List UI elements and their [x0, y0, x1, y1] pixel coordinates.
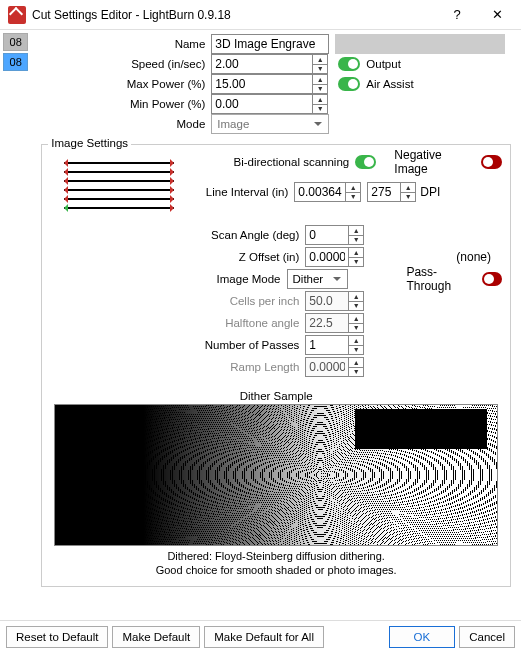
zoffset-label: Z Offset (in) [50, 251, 305, 263]
speed-spinner[interactable]: ▲▼ [313, 54, 328, 74]
lineinterval-spinner[interactable]: ▲▼ [346, 182, 361, 202]
dpi-input[interactable] [367, 182, 401, 202]
halftone-input [305, 313, 349, 333]
dpi-spinner[interactable]: ▲▼ [401, 182, 416, 202]
passes-spinner[interactable]: ▲▼ [349, 335, 364, 355]
ramp-label: Ramp Length [50, 361, 305, 373]
scanangle-spinner[interactable]: ▲▼ [349, 225, 364, 245]
bidir-label: Bi-directional scanning [174, 156, 355, 168]
dither-caption-2: Good choice for smooth shaded or photo i… [50, 564, 502, 578]
scan-diagram [64, 155, 174, 216]
passthrough-label: Pass-Through [406, 265, 475, 293]
passthrough-toggle[interactable] [482, 272, 502, 286]
app-icon [8, 6, 26, 24]
cells-input [305, 291, 349, 311]
reset-default-button[interactable]: Reset to Default [6, 626, 108, 648]
maxpower-spinner[interactable]: ▲▼ [313, 74, 328, 94]
ramp-spinner: ▲▼ [349, 357, 364, 377]
scanangle-label: Scan Angle (deg) [50, 229, 305, 241]
cells-label: Cells per inch [50, 295, 305, 307]
zoffset-note: (none) [456, 250, 491, 264]
close-button[interactable]: ✕ [477, 0, 517, 30]
name-label: Name [41, 38, 211, 50]
airassist-toggle[interactable] [338, 77, 360, 91]
layer-color-strip [335, 34, 505, 54]
ramp-input [305, 357, 349, 377]
zoffset-input[interactable] [305, 247, 349, 267]
scanangle-input[interactable] [305, 225, 349, 245]
speed-input[interactable] [211, 54, 313, 74]
dpi-label: DPI [420, 185, 440, 199]
cells-spinner: ▲▼ [349, 291, 364, 311]
passes-label: Number of Passes [50, 339, 305, 351]
halftone-spinner: ▲▼ [349, 313, 364, 333]
dither-caption-1: Dithered: Floyd-Steinberg diffusion dith… [50, 550, 502, 564]
maxpower-label: Max Power (%) [41, 78, 211, 90]
output-label: Output [366, 58, 401, 70]
image-settings-legend: Image Settings [48, 137, 131, 149]
bidir-toggle[interactable] [355, 155, 376, 169]
passes-input[interactable] [305, 335, 349, 355]
help-button[interactable]: ? [437, 0, 477, 30]
ok-button[interactable]: OK [389, 626, 456, 648]
imagemode-select[interactable]: Dither [287, 269, 349, 289]
window-title: Cut Settings Editor - LightBurn 0.9.18 [32, 8, 437, 22]
cancel-button[interactable]: Cancel [459, 626, 515, 648]
layer-chip-08b[interactable]: 08 [3, 53, 28, 71]
layer-chip-08a[interactable]: 08 [3, 33, 28, 51]
maxpower-input[interactable] [211, 74, 313, 94]
imagemode-label: Image Mode [50, 273, 286, 285]
minpower-spinner[interactable]: ▲▼ [313, 94, 328, 114]
minpower-input[interactable] [211, 94, 313, 114]
make-default-button[interactable]: Make Default [112, 626, 200, 648]
mode-label: Mode [41, 118, 211, 130]
name-input[interactable] [211, 34, 329, 54]
output-toggle[interactable] [338, 57, 360, 71]
zoffset-spinner[interactable]: ▲▼ [349, 247, 364, 267]
minpower-label: Min Power (%) [41, 98, 211, 110]
speed-label: Speed (in/sec) [41, 58, 211, 70]
negative-label: Negative Image [394, 148, 475, 176]
negative-toggle[interactable] [481, 155, 502, 169]
dither-sample [54, 404, 498, 546]
make-default-all-button[interactable]: Make Default for All [204, 626, 324, 648]
mode-select[interactable]: Image [211, 114, 329, 134]
dither-title: Dither Sample [50, 390, 502, 402]
lineinterval-input[interactable] [294, 182, 346, 202]
lineinterval-label: Line Interval (in) [174, 186, 294, 198]
halftone-label: Halftone angle [50, 317, 305, 329]
airassist-label: Air Assist [366, 78, 413, 90]
